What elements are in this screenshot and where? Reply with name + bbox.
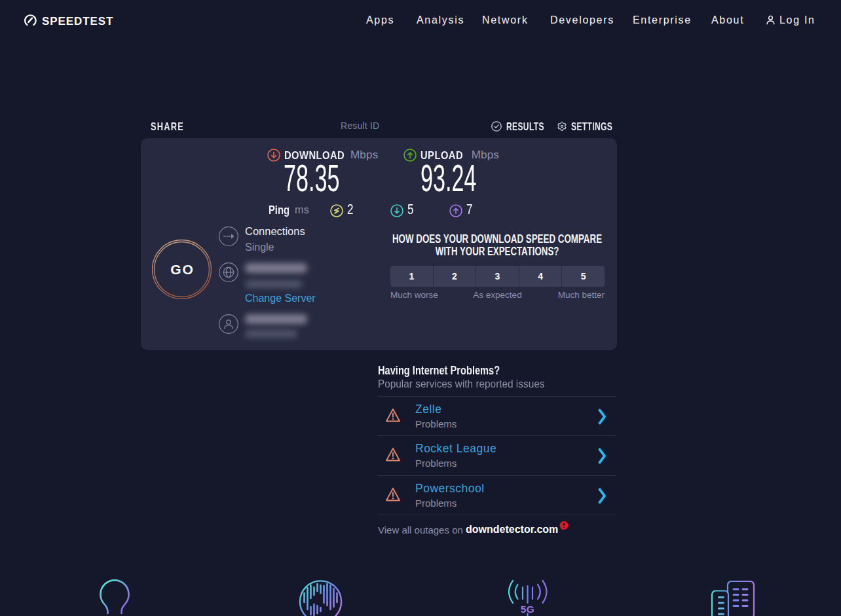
svg-text:5G: 5G (521, 604, 535, 615)
svg-text:GO: GO (170, 262, 194, 277)
